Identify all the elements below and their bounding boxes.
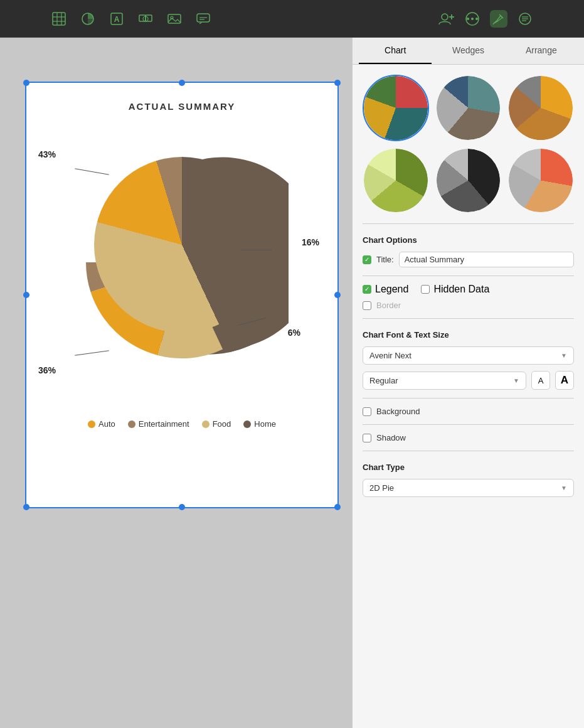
right-panel: Chart Wedges Arrange xyxy=(352,38,584,728)
style-thumb-1[interactable] xyxy=(363,75,429,141)
tab-arrange[interactable]: Arrange xyxy=(505,38,578,64)
svg-point-21 xyxy=(475,18,478,20)
chart-container[interactable]: ACTUAL SUMMARY 43% 36% xyxy=(25,82,339,508)
label-16: 16% xyxy=(302,237,319,247)
svg-rect-8 xyxy=(139,15,146,21)
style-thumb-4[interactable] xyxy=(363,147,429,214)
canvas-area: ACTUAL SUMMARY 43% 36% xyxy=(0,38,352,728)
background-row: Background xyxy=(353,404,584,419)
toolbar-right xyxy=(437,10,534,28)
font-size-large-label: A xyxy=(561,374,568,387)
chart-type-row: 2D Pie ▼ xyxy=(353,476,584,500)
text-icon[interactable]: A xyxy=(108,10,125,28)
svg-point-19 xyxy=(467,18,469,20)
toolbar: A xyxy=(0,0,584,38)
line-16 xyxy=(241,250,272,250)
legend-entertainment: Entertainment xyxy=(128,419,189,429)
shadow-checkbox[interactable] xyxy=(363,434,371,442)
font-style-chevron: ▼ xyxy=(513,377,519,384)
chart-icon[interactable] xyxy=(79,10,97,28)
legend-dot-entertainment xyxy=(128,420,135,428)
font-family-row: Avenir Next ▼ xyxy=(353,343,584,368)
divider-2 xyxy=(363,276,574,276)
svg-point-20 xyxy=(471,18,474,20)
font-family-chevron: ▼ xyxy=(561,352,567,359)
list-icon[interactable] xyxy=(516,10,534,28)
divider-3 xyxy=(363,318,574,319)
chart-type-label: Chart Type xyxy=(353,456,584,476)
chart-type-dropdown[interactable]: 2D Pie ▼ xyxy=(363,479,574,497)
title-label: Title: xyxy=(376,255,394,264)
tab-chart[interactable]: Chart xyxy=(359,38,432,64)
chart-options-label: Chart Options xyxy=(353,229,584,249)
chart-type-chevron: ▼ xyxy=(561,484,567,491)
legend-dot-auto xyxy=(88,420,95,428)
table-icon[interactable] xyxy=(50,10,68,28)
svg-point-16 xyxy=(442,14,448,20)
svg-rect-9 xyxy=(146,15,152,21)
legend-label: Legend xyxy=(375,284,408,295)
pie-chart-visual xyxy=(94,157,270,333)
legend-auto: Auto xyxy=(88,419,115,429)
font-size-small-btn[interactable]: A xyxy=(531,371,550,390)
svg-rect-0 xyxy=(53,13,65,25)
chart-type-value: 2D Pie xyxy=(369,483,394,493)
label-6: 6% xyxy=(288,328,300,338)
divider-5 xyxy=(363,424,574,425)
legend-label-auto: Auto xyxy=(98,419,115,429)
font-section-label: Chart Font & Text Size xyxy=(353,324,584,343)
format-icon[interactable] xyxy=(490,10,507,28)
tab-wedges[interactable]: Wedges xyxy=(432,38,504,64)
chart-legend: Auto Entertainment Food Home xyxy=(26,413,338,435)
hidden-data-checkbox[interactable] xyxy=(421,285,430,294)
font-family-dropdown[interactable]: Avenir Next ▼ xyxy=(363,346,574,365)
legend-dot-food xyxy=(202,420,210,428)
title-checkbox[interactable] xyxy=(363,255,371,264)
font-size-small-label: A xyxy=(538,376,544,385)
toolbar-left: A xyxy=(50,10,425,28)
main-area: ACTUAL SUMMARY 43% 36% xyxy=(0,38,584,728)
chart-svg-area: 43% 36% xyxy=(26,112,338,413)
shape-icon[interactable] xyxy=(137,10,154,28)
svg-text:A: A xyxy=(114,15,120,24)
svg-rect-11 xyxy=(168,14,181,23)
label-43: 43% xyxy=(38,149,56,159)
style-thumbnails xyxy=(353,65,584,218)
shadow-label: Shadow xyxy=(376,433,406,442)
border-row: Border xyxy=(353,297,584,313)
legend-label-food: Food xyxy=(213,419,231,429)
panel-tabs: Chart Wedges Arrange xyxy=(353,38,584,65)
style-thumb-6[interactable] xyxy=(507,147,574,214)
legend-label-home: Home xyxy=(254,419,276,429)
border-checkbox[interactable] xyxy=(363,301,371,310)
hidden-data-label: Hidden Data xyxy=(433,284,489,295)
comment-icon[interactable] xyxy=(194,10,212,28)
font-style-row: Regular ▼ A A xyxy=(353,368,584,393)
shadow-row: Shadow xyxy=(353,430,584,446)
style-thumb-5[interactable] xyxy=(435,147,502,214)
legend-home: Home xyxy=(243,419,276,429)
more-icon[interactable] xyxy=(464,10,481,28)
style-thumb-2[interactable] xyxy=(435,75,502,141)
legend-checkbox[interactable] xyxy=(363,285,371,294)
style-thumb-3[interactable] xyxy=(507,75,574,141)
divider-1 xyxy=(363,223,574,224)
font-size-large-btn[interactable]: A xyxy=(555,371,574,390)
font-style-dropdown[interactable]: Regular ▼ xyxy=(363,372,526,390)
background-checkbox[interactable] xyxy=(363,407,371,416)
title-option-row: Title: xyxy=(353,249,584,270)
font-style-value: Regular xyxy=(369,376,398,385)
divider-6 xyxy=(363,451,574,451)
add-person-icon[interactable] xyxy=(437,10,455,28)
font-family-value: Avenir Next xyxy=(369,351,411,360)
legend-row: Legend Hidden Data xyxy=(353,281,584,297)
chart-title: ACTUAL SUMMARY xyxy=(26,101,338,112)
label-36: 36% xyxy=(38,365,56,375)
legend-dot-home xyxy=(243,420,251,428)
legend-label-entertainment: Entertainment xyxy=(139,419,189,429)
image-icon[interactable] xyxy=(166,10,183,28)
divider-4 xyxy=(363,398,574,399)
title-input[interactable] xyxy=(399,252,574,267)
background-label: Background xyxy=(376,407,420,416)
legend-food: Food xyxy=(202,419,231,429)
